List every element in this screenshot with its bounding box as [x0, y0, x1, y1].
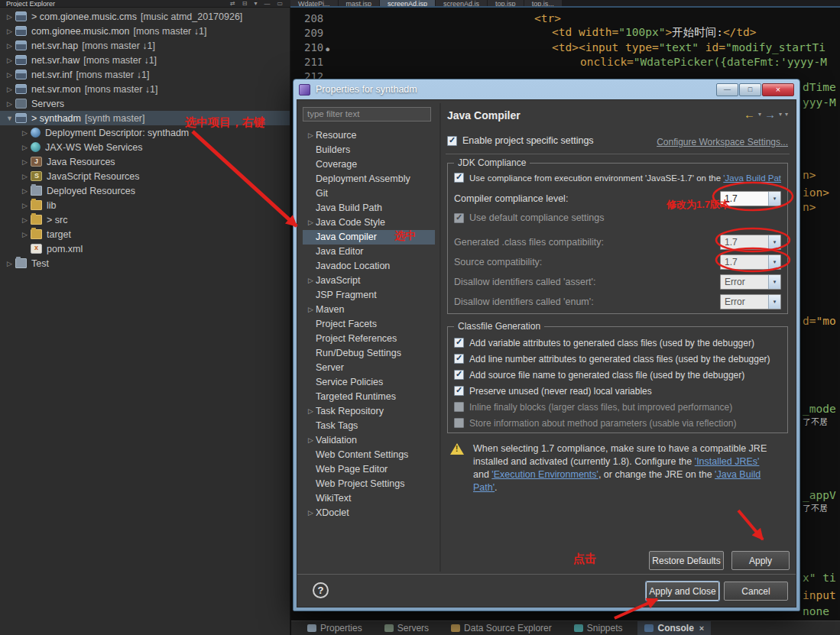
- project-tree-item[interactable]: ▷ target: [0, 227, 290, 241]
- project-tree-item[interactable]: ▷ Servers: [0, 96, 290, 111]
- nav-arrow-icon[interactable]: ▾: [779, 111, 782, 118]
- project-tree-item[interactable]: pom.xml: [0, 241, 290, 256]
- editor-tab[interactable]: top.jsp: [488, 0, 524, 8]
- properties-tree-item[interactable]: WikiText: [303, 491, 435, 506]
- option-combo[interactable]: Error ▾: [720, 274, 781, 290]
- expand-arrow-icon[interactable]: ▷: [306, 219, 316, 226]
- expand-arrow-icon[interactable]: ▷: [20, 129, 30, 137]
- nav-arrow-icon[interactable]: ←: [744, 108, 755, 121]
- properties-tree-item[interactable]: Server: [303, 361, 435, 375]
- expand-arrow-icon[interactable]: ▷: [306, 407, 316, 415]
- properties-tree-item[interactable]: Java Build Path: [303, 201, 435, 215]
- expand-arrow-icon[interactable]: ▷: [5, 260, 15, 267]
- nav-arrow-icon[interactable]: ▾: [785, 111, 788, 118]
- use-env-checkbox[interactable]: [454, 173, 464, 183]
- expand-arrow-icon[interactable]: ▷: [5, 71, 15, 79]
- editor-tab[interactable]: WdatePi...: [290, 0, 338, 8]
- chevron-down-icon[interactable]: ▾: [768, 192, 780, 206]
- installed-jres-link[interactable]: 'Installed JREs': [695, 456, 760, 467]
- properties-tree-item[interactable]: Git: [303, 186, 435, 201]
- view-tab[interactable]: Properties: [300, 621, 375, 635]
- expand-arrow-icon[interactable]: ▷: [306, 436, 316, 444]
- properties-tree-item[interactable]: Run/Debug Settings: [303, 346, 435, 361]
- chevron-down-icon[interactable]: ▾: [768, 235, 780, 249]
- classfile-checkbox[interactable]: [454, 338, 464, 348]
- project-tree-item[interactable]: ▷ Java Resources: [0, 154, 290, 169]
- properties-tree-item[interactable]: Service Policies: [303, 375, 435, 390]
- apply-button[interactable]: Apply: [731, 551, 790, 570]
- properties-tree-item[interactable]: JSP Fragment: [303, 288, 435, 303]
- project-tree-item[interactable]: ▷ > src: [0, 212, 290, 227]
- restore-defaults-button[interactable]: Restore Defaults: [649, 551, 724, 570]
- explorer-toolbar-icon[interactable]: ▾: [254, 0, 257, 8]
- expand-arrow-icon[interactable]: ▼: [5, 115, 15, 122]
- window-button-icon[interactable]: —: [716, 83, 738, 96]
- chevron-down-icon[interactable]: ▾: [768, 275, 780, 289]
- project-tree-item[interactable]: ▷ net.svr.inf [mons master ↓1]: [0, 67, 290, 82]
- properties-tree-item[interactable]: ▷ Java Code Style: [303, 215, 435, 230]
- project-tree-item[interactable]: ▷ net.svr.hap [mons master ↓1]: [0, 38, 290, 53]
- option-combo[interactable]: 1.7 ▾: [720, 254, 781, 270]
- project-tree-item[interactable]: ▷ JAX-WS Web Services: [0, 140, 290, 154]
- classfile-checkbox[interactable]: [454, 386, 464, 396]
- configure-workspace-link[interactable]: Configure Workspace Settings...: [657, 137, 788, 147]
- cancel-button[interactable]: Cancel: [724, 582, 788, 601]
- enable-specific-checkbox[interactable]: [447, 136, 457, 146]
- help-button[interactable]: ?: [313, 582, 329, 598]
- properties-tree-item[interactable]: ▷ JavaScript: [303, 274, 435, 288]
- properties-tree-item[interactable]: Web Project Settings: [303, 477, 435, 491]
- expand-arrow-icon[interactable]: ▷: [306, 509, 316, 517]
- project-tree-item[interactable]: ▷ > com.gionee.music.cms [music atmd_201…: [0, 9, 290, 24]
- expand-arrow-icon[interactable]: ▷: [306, 277, 316, 284]
- project-tree-item[interactable]: ▷ Deployed Resources: [0, 183, 290, 198]
- nav-arrow-icon[interactable]: →: [764, 108, 776, 121]
- java-build-path-link[interactable]: 'Java Build Path': [723, 173, 781, 183]
- properties-tree-item[interactable]: ▷ Task Repository: [303, 404, 435, 419]
- properties-tree-item[interactable]: Targeted Runtimes: [303, 390, 435, 404]
- classfile-checkbox[interactable]: [454, 354, 464, 364]
- properties-tree-item[interactable]: Javadoc Location: [303, 259, 435, 274]
- apply-and-close-button[interactable]: Apply and Close: [646, 582, 719, 601]
- chevron-down-icon[interactable]: ▾: [768, 255, 780, 269]
- view-tab[interactable]: Snippets: [567, 621, 635, 635]
- project-tree-item[interactable]: ▷ lib: [0, 198, 290, 212]
- project-tree-item[interactable]: ▷ com.gionee.music.mon [mons master ↓1]: [0, 24, 290, 38]
- properties-tree-item[interactable]: Web Content Settings: [303, 448, 435, 462]
- expand-arrow-icon[interactable]: ▷: [306, 306, 316, 313]
- expand-arrow-icon[interactable]: ▷: [5, 42, 15, 50]
- project-tree-item[interactable]: ▷ JavaScript Resources: [0, 169, 290, 183]
- expand-arrow-icon[interactable]: ▷: [20, 202, 30, 209]
- view-tab[interactable]: Data Source Explorer: [444, 621, 564, 635]
- properties-tree-item[interactable]: ▷ Resource: [303, 128, 435, 143]
- chevron-down-icon[interactable]: ▾: [768, 295, 780, 309]
- close-icon[interactable]: ×: [699, 624, 704, 633]
- classfile-checkbox[interactable]: [454, 418, 464, 428]
- option-combo[interactable]: Error ▾: [720, 294, 781, 309]
- expand-arrow-icon[interactable]: ▷: [20, 231, 30, 238]
- explorer-toolbar-icon[interactable]: ▭: [277, 0, 283, 8]
- expand-arrow-icon[interactable]: ▷: [306, 131, 316, 139]
- window-button-icon[interactable]: ×: [762, 83, 794, 96]
- nav-arrow-icon[interactable]: ▾: [758, 111, 761, 118]
- classfile-checkbox[interactable]: [454, 402, 464, 412]
- explorer-toolbar-icon[interactable]: ⊟: [242, 0, 248, 8]
- expand-arrow-icon[interactable]: ▷: [20, 158, 30, 166]
- project-tree-item[interactable]: ▷ net.svr.mon [mons master ↓1]: [0, 82, 290, 96]
- expand-arrow-icon[interactable]: ▷: [20, 173, 30, 180]
- pane-divider[interactable]: [439, 103, 441, 572]
- expand-arrow-icon[interactable]: ▷: [20, 144, 30, 151]
- expand-arrow-icon[interactable]: ▷: [5, 13, 15, 21]
- properties-tree-item[interactable]: Web Page Editor: [303, 462, 435, 477]
- view-tab[interactable]: Console ×: [637, 621, 711, 635]
- properties-tree-item[interactable]: ▷ XDoclet: [303, 506, 435, 520]
- window-button-icon[interactable]: □: [739, 83, 761, 96]
- classfile-checkbox[interactable]: [454, 370, 464, 380]
- properties-tree-item[interactable]: Project References: [303, 332, 435, 346]
- option-combo[interactable]: 1.7 ▾: [720, 235, 781, 250]
- properties-tree-item[interactable]: Project Facets: [303, 317, 435, 332]
- expand-arrow-icon[interactable]: ▷: [5, 28, 15, 35]
- editor-tab[interactable]: top.js...: [524, 0, 562, 8]
- properties-tree-item[interactable]: ▷ Maven: [303, 303, 435, 317]
- filter-input[interactable]: [303, 107, 431, 121]
- properties-tree-item[interactable]: ▷ Validation: [303, 433, 435, 448]
